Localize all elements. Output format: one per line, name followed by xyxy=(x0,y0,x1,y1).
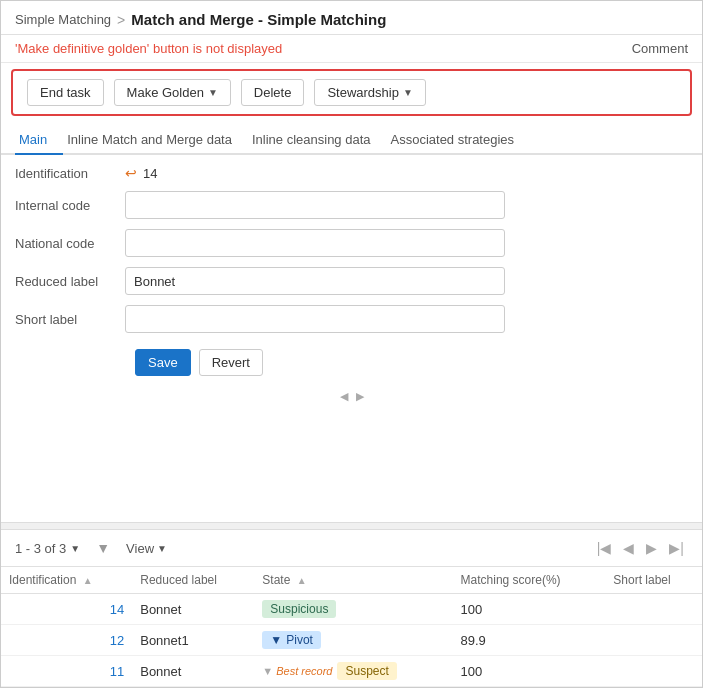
internal-code-input[interactable] xyxy=(125,191,505,219)
col-reduced-label: Reduced label xyxy=(132,567,254,594)
toolbar: End task Make Golden ▼ Delete Stewardshi… xyxy=(11,69,692,116)
identification-value: 14 xyxy=(143,166,157,181)
sort-state-icon: ▲ xyxy=(297,575,307,586)
reduced-label-row: Reduced label xyxy=(15,267,688,295)
cell-label-3: Bonnet xyxy=(132,656,254,687)
col-state[interactable]: State ▲ xyxy=(254,567,452,594)
row3-arrow-icon: ▼ xyxy=(262,665,273,677)
cell-label-1: Bonnet xyxy=(132,594,254,625)
form-action-buttons: Save Revert xyxy=(15,343,688,386)
reduced-label-label: Reduced label xyxy=(15,274,125,289)
next-page-button[interactable]: ▶ xyxy=(642,538,661,558)
scroll-indicator: ◀ ▶ xyxy=(15,386,688,407)
warning-text: 'Make definitive golden' button is not d… xyxy=(15,41,282,56)
make-golden-dropdown-icon: ▼ xyxy=(208,87,218,98)
cell-id-2: 12 xyxy=(1,625,132,656)
identification-row: Identification ↩ 14 xyxy=(15,165,688,181)
cell-score-3: 100 xyxy=(453,656,606,687)
tab-associated-strategies[interactable]: Associated strategies xyxy=(387,124,531,155)
cell-state-2: ▼ Pivot xyxy=(254,625,452,656)
state-badge-2: ▼ Pivot xyxy=(262,631,321,649)
col-matching-score: Matching score(%) xyxy=(453,567,606,594)
short-label-input[interactable] xyxy=(125,305,505,333)
breadcrumb-current: Match and Merge - Simple Matching xyxy=(131,11,386,28)
state-badge-3: Suspect xyxy=(337,662,396,680)
delete-button[interactable]: Delete xyxy=(241,79,305,106)
breadcrumb-link[interactable]: Simple Matching xyxy=(15,12,111,27)
internal-code-row: Internal code xyxy=(15,191,688,219)
last-page-button[interactable]: ▶| xyxy=(665,538,688,558)
state-badge-1: Suspicious xyxy=(262,600,336,618)
stewardship-button[interactable]: Stewardship ▼ xyxy=(314,79,425,106)
tab-main[interactable]: Main xyxy=(15,124,63,155)
national-code-label: National code xyxy=(15,236,125,251)
internal-code-label: Internal code xyxy=(15,198,125,213)
data-table: Identification ▲ Reduced label State ▲ M… xyxy=(1,567,702,687)
cell-state-1: Suspicious xyxy=(254,594,452,625)
cell-score-1: 100 xyxy=(453,594,606,625)
short-label-row: Short label xyxy=(15,305,688,333)
page-dropdown-icon[interactable]: ▼ xyxy=(70,543,80,554)
tab-inline-cleansing[interactable]: Inline cleansing data xyxy=(248,124,387,155)
make-golden-button[interactable]: Make Golden ▼ xyxy=(114,79,231,106)
pivot-arrow-icon: ▼ xyxy=(270,633,282,647)
col-short-label: Short label xyxy=(605,567,702,594)
reduced-label-input[interactable] xyxy=(125,267,505,295)
table-toolbar: 1 - 3 of 3 ▼ ▼ View ▼ |◀ ◀ ▶ ▶| xyxy=(1,530,702,567)
cell-id-3: 11 xyxy=(1,656,132,687)
form-section: Identification ↩ 14 Internal code Nation… xyxy=(1,155,702,522)
cell-label-2: Bonnet1 xyxy=(132,625,254,656)
identification-value-container: ↩ 14 xyxy=(125,165,157,181)
cell-state-3: ▼ Best record Suspect xyxy=(254,656,452,687)
table-row: 14 Bonnet Suspicious 100 xyxy=(1,594,702,625)
sort-identification-icon: ▲ xyxy=(83,575,93,586)
comment-link[interactable]: Comment xyxy=(632,41,688,56)
national-code-row: National code xyxy=(15,229,688,257)
view-button[interactable]: View ▼ xyxy=(126,541,167,556)
identification-label: Identification xyxy=(15,166,125,181)
table-row: 11 Bonnet ▼ Best record Suspect 100 xyxy=(1,656,702,687)
divider xyxy=(1,522,702,530)
view-dropdown-icon: ▼ xyxy=(157,543,167,554)
pagination-nav: |◀ ◀ ▶ ▶| xyxy=(593,538,688,558)
col-identification[interactable]: Identification ▲ xyxy=(1,567,132,594)
cell-score-2: 89.9 xyxy=(453,625,606,656)
id-icon: ↩ xyxy=(125,165,137,181)
tabs: Main Inline Match and Merge data Inline … xyxy=(1,124,702,155)
table-header-row: Identification ▲ Reduced label State ▲ M… xyxy=(1,567,702,594)
end-task-button[interactable]: End task xyxy=(27,79,104,106)
cell-shortlabel-3 xyxy=(605,656,702,687)
prev-page-button[interactable]: ◀ xyxy=(619,538,638,558)
revert-button[interactable]: Revert xyxy=(199,349,263,376)
warning-bar: 'Make definitive golden' button is not d… xyxy=(1,35,702,63)
filter-icon[interactable]: ▼ xyxy=(96,540,110,556)
cell-shortlabel-2 xyxy=(605,625,702,656)
save-button[interactable]: Save xyxy=(135,349,191,376)
breadcrumb: Simple Matching > Match and Merge - Simp… xyxy=(15,11,688,28)
short-label-label: Short label xyxy=(15,312,125,327)
tab-inline-match[interactable]: Inline Match and Merge data xyxy=(63,124,248,155)
page-info: 1 - 3 of 3 ▼ xyxy=(15,541,80,556)
national-code-input[interactable] xyxy=(125,229,505,257)
breadcrumb-separator: > xyxy=(117,12,125,28)
best-record-tag: Best record xyxy=(276,665,332,677)
table-row: 12 Bonnet1 ▼ Pivot 89.9 xyxy=(1,625,702,656)
table-section: 1 - 3 of 3 ▼ ▼ View ▼ |◀ ◀ ▶ ▶| Identifi… xyxy=(1,530,702,687)
main-container: Simple Matching > Match and Merge - Simp… xyxy=(0,0,703,688)
stewardship-dropdown-icon: ▼ xyxy=(403,87,413,98)
cell-shortlabel-1 xyxy=(605,594,702,625)
first-page-button[interactable]: |◀ xyxy=(593,538,616,558)
cell-id-1: 14 xyxy=(1,594,132,625)
header: Simple Matching > Match and Merge - Simp… xyxy=(1,1,702,35)
